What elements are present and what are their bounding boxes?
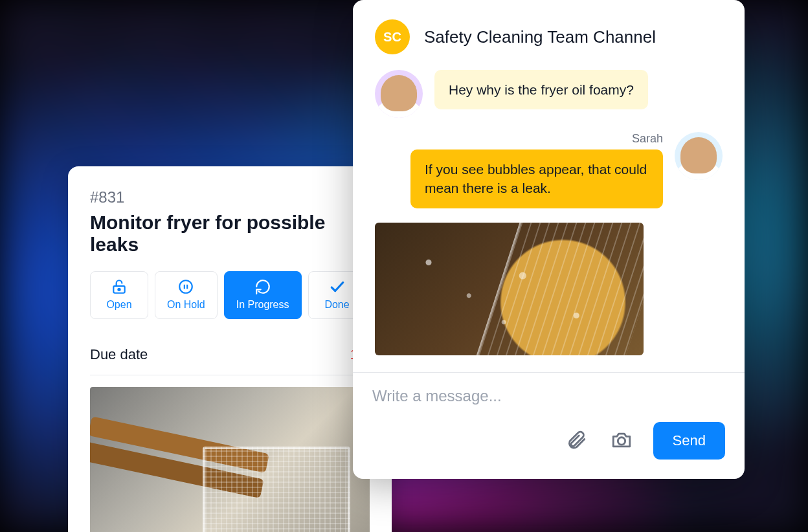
- task-attachment-image[interactable]: [90, 387, 370, 532]
- channel-title: Safety Cleaning Team Channel: [424, 27, 656, 47]
- camera-button[interactable]: [608, 427, 635, 456]
- check-icon: [329, 278, 346, 295]
- message-input[interactable]: [372, 387, 725, 405]
- svg-point-2: [180, 280, 193, 293]
- svg-point-5: [618, 437, 625, 444]
- message-bubble: If you see bubbles appear, that could me…: [410, 150, 663, 208]
- sender-name: Sarah: [410, 132, 663, 146]
- task-title: Monitor fryer for possible leaks: [90, 212, 370, 256]
- status-label: Done: [324, 299, 349, 311]
- chat-input-area: Send: [353, 372, 745, 479]
- chat-panel: SC Safety Cleaning Team Channel Hey why …: [353, 0, 745, 479]
- message-attachment-image[interactable]: [375, 223, 644, 355]
- unlock-icon: [111, 278, 128, 295]
- user-avatar[interactable]: [375, 70, 423, 118]
- status-inprogress-button[interactable]: In Progress: [224, 271, 302, 319]
- status-open-button[interactable]: Open: [90, 271, 148, 319]
- chat-messages: Hey why is the fryer oil foamy? Sarah If…: [353, 66, 745, 372]
- status-buttons: Open On Hold In Progress Done: [90, 271, 370, 319]
- paperclip-icon: [565, 443, 587, 453]
- message-row: Sarah If you see bubbles appear, that co…: [375, 132, 723, 208]
- svg-point-1: [118, 289, 120, 291]
- status-label: On Hold: [167, 299, 205, 311]
- due-date-row[interactable]: Due date 10/: [90, 335, 370, 375]
- pause-icon: [177, 278, 194, 295]
- attach-button[interactable]: [563, 427, 590, 456]
- status-label: Open: [106, 299, 131, 311]
- camera-icon: [611, 443, 633, 453]
- channel-avatar[interactable]: SC: [375, 19, 410, 54]
- message-bubble: Hey why is the fryer oil foamy?: [434, 70, 648, 109]
- status-label: In Progress: [236, 299, 289, 311]
- input-actions: Send: [372, 422, 725, 460]
- chat-header: SC Safety Cleaning Team Channel: [353, 0, 745, 66]
- task-id: #831: [90, 188, 370, 206]
- due-date-label: Due date: [90, 346, 148, 363]
- send-button[interactable]: Send: [653, 422, 725, 460]
- task-card: #831 Monitor fryer for possible leaks Op…: [68, 166, 392, 532]
- status-onhold-button[interactable]: On Hold: [155, 271, 218, 319]
- user-avatar[interactable]: [675, 132, 723, 180]
- refresh-icon: [254, 278, 271, 295]
- message-row: Hey why is the fryer oil foamy?: [375, 70, 723, 118]
